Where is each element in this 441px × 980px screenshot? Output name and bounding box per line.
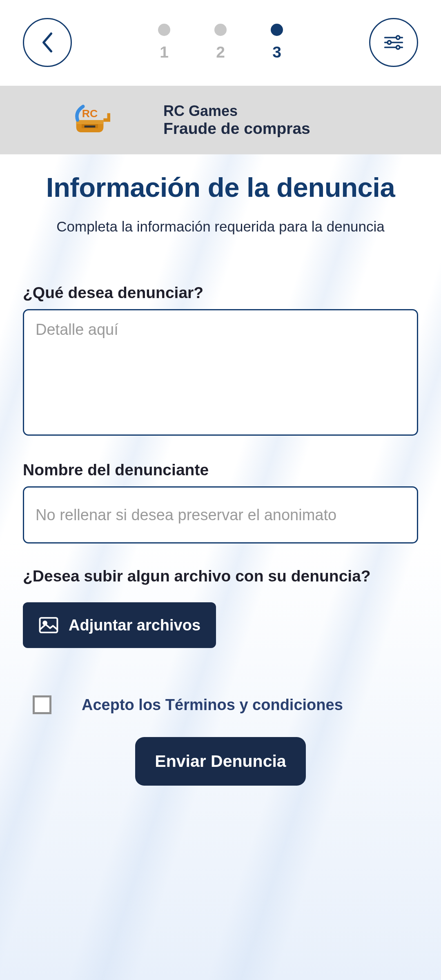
rc-games-logo: RC bbox=[69, 100, 110, 140]
step-indicator: 1 2 3 bbox=[158, 24, 283, 61]
step-number: 2 bbox=[216, 43, 225, 61]
form-content: Información de la denuncia Completa la i… bbox=[0, 154, 441, 786]
step-3: 3 bbox=[271, 24, 283, 61]
svg-rect-10 bbox=[40, 618, 58, 633]
terms-checkbox[interactable] bbox=[33, 695, 51, 714]
page-title: Información de la denuncia bbox=[23, 172, 418, 203]
company-bar: RC RC Games Fraude de compras bbox=[0, 86, 441, 154]
company-subtitle: Fraude de compras bbox=[163, 120, 310, 138]
svg-rect-6 bbox=[76, 120, 104, 124]
svg-point-3 bbox=[388, 41, 391, 45]
step-dot bbox=[271, 24, 283, 36]
app-header: 1 2 3 bbox=[0, 0, 441, 86]
field-name: Nombre del denunciante bbox=[23, 461, 418, 543]
page-subtitle: Completa la información requerida para l… bbox=[23, 218, 418, 235]
svg-point-5 bbox=[396, 46, 400, 49]
back-button[interactable] bbox=[23, 18, 72, 67]
company-texts: RC Games Fraude de compras bbox=[163, 102, 310, 138]
attach-button-label: Adjuntar archivos bbox=[69, 617, 200, 634]
step-2: 2 bbox=[214, 24, 227, 61]
step-1: 1 bbox=[158, 24, 170, 61]
detail-label: ¿Qué desea denunciar? bbox=[23, 284, 418, 302]
submit-wrap: Enviar Denuncia bbox=[23, 737, 418, 786]
name-input[interactable] bbox=[23, 486, 418, 543]
settings-button[interactable] bbox=[369, 18, 418, 67]
field-detail: ¿Qué desea denunciar? bbox=[23, 284, 418, 437]
svg-rect-8 bbox=[85, 125, 96, 127]
attach-button[interactable]: Adjuntar archivos bbox=[23, 602, 216, 648]
field-attach: ¿Desea subir algun archivo con su denunc… bbox=[23, 567, 418, 648]
step-number: 1 bbox=[160, 43, 169, 61]
image-icon bbox=[38, 616, 59, 634]
sliders-icon bbox=[383, 34, 405, 51]
company-name: RC Games bbox=[163, 102, 310, 120]
submit-button[interactable]: Enviar Denuncia bbox=[135, 737, 305, 786]
attach-label: ¿Desea subir algun archivo con su denunc… bbox=[23, 567, 418, 585]
detail-input[interactable] bbox=[23, 309, 418, 436]
svg-text:RC: RC bbox=[82, 107, 98, 120]
svg-point-1 bbox=[396, 36, 400, 40]
chevron-left-icon bbox=[40, 31, 55, 54]
step-dot bbox=[158, 24, 170, 36]
terms-row: Acepto los Términos y condiciones bbox=[23, 695, 418, 714]
step-dot bbox=[214, 24, 227, 36]
name-label: Nombre del denunciante bbox=[23, 461, 418, 479]
step-number: 3 bbox=[272, 43, 281, 61]
terms-text[interactable]: Acepto los Términos y condiciones bbox=[82, 696, 343, 714]
